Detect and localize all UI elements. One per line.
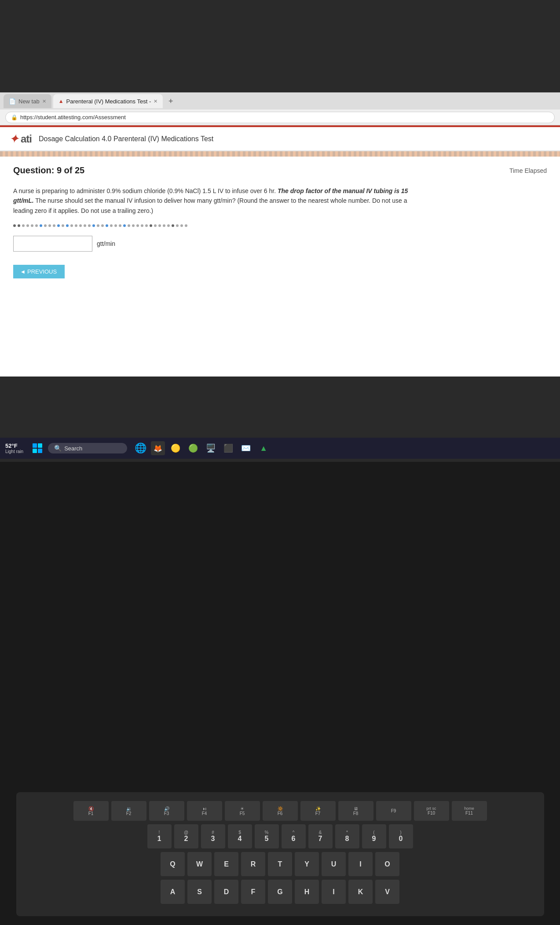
- taskbar-icon-monitor[interactable]: 🖥️: [204, 441, 218, 455]
- taskbar-icon-drive[interactable]: ▲: [256, 441, 271, 455]
- key-e[interactable]: E: [214, 852, 238, 876]
- taskbar-weather-description: Light rain: [5, 449, 23, 454]
- key-q[interactable]: Q: [161, 852, 185, 876]
- key-v[interactable]: V: [375, 880, 399, 904]
- key-mute-icon[interactable]: 🔇 F1: [73, 801, 109, 821]
- previous-button[interactable]: PREVIOUS: [13, 265, 65, 278]
- ati-logo-icon: ✦: [9, 132, 19, 146]
- dot: [167, 224, 170, 227]
- windows-start-button[interactable]: [29, 440, 45, 456]
- key-0[interactable]: ) 0: [389, 824, 413, 848]
- taskbar-icon-edge[interactable]: 🌐: [133, 441, 147, 455]
- ati-tab-close[interactable]: ✕: [154, 99, 157, 104]
- search-icon: 🔍: [54, 445, 62, 452]
- key-brightness-up[interactable]: ☀ F5: [225, 801, 260, 821]
- new-tab-close[interactable]: ✕: [42, 99, 46, 104]
- question-number: Question: 9 of 25: [13, 165, 84, 175]
- key-6[interactable]: ^ 6: [282, 824, 306, 848]
- key-play-pause[interactable]: ⏯ F4: [187, 801, 222, 821]
- key-w[interactable]: W: [187, 852, 212, 876]
- dot: [185, 224, 187, 227]
- key-prtsc[interactable]: prt sc F10: [414, 801, 449, 821]
- dot: [92, 224, 95, 227]
- dot: [88, 224, 91, 227]
- taskbar-search[interactable]: 🔍 Search: [48, 443, 127, 453]
- ati-header-title: Dosage Calculation 4.0 Parenteral (IV) M…: [39, 135, 213, 143]
- taskbar-icon-files[interactable]: 🟡: [168, 441, 183, 455]
- key-t[interactable]: T: [268, 852, 292, 876]
- answer-input[interactable]: [13, 236, 92, 252]
- dot: [119, 224, 121, 227]
- taskbar-icon-browser[interactable]: 🦊: [151, 441, 165, 455]
- dot: [22, 224, 25, 227]
- win-tile-1: [33, 443, 37, 448]
- key-3[interactable]: # 3: [201, 824, 225, 848]
- key-5[interactable]: % 5: [255, 824, 279, 848]
- key-8[interactable]: * 8: [335, 824, 359, 848]
- key-display[interactable]: 🖥 F8: [338, 801, 373, 821]
- key-h[interactable]: H: [295, 880, 319, 904]
- key-d[interactable]: D: [214, 880, 238, 904]
- ati-tab-icon: ▲: [59, 98, 64, 104]
- taskbar-icon-chrome[interactable]: 🟢: [186, 441, 200, 455]
- key-s[interactable]: S: [187, 880, 212, 904]
- dot: [66, 224, 69, 227]
- key-home[interactable]: home F11: [452, 801, 487, 821]
- new-tab-button[interactable]: +: [165, 95, 177, 107]
- dot: [53, 224, 55, 227]
- key-f7[interactable]: ✨ F7: [300, 801, 336, 821]
- key-volume-up[interactable]: 🔊 F3: [149, 801, 184, 821]
- key-g[interactable]: G: [268, 880, 292, 904]
- taskbar-weather: 52°F Light rain: [5, 442, 23, 454]
- key-k[interactable]: K: [348, 880, 373, 904]
- key-2[interactable]: @ 2: [174, 824, 198, 848]
- question-area: Question: 9 of 25 Time Elapsed A nurse i…: [0, 157, 560, 377]
- taskbar-search-text: Search: [64, 445, 82, 452]
- dot: [79, 224, 82, 227]
- taskbar-icon-mail[interactable]: ✉️: [239, 441, 253, 455]
- dot: [145, 224, 148, 227]
- dot: [172, 224, 174, 227]
- dot: [158, 224, 161, 227]
- key-y[interactable]: Y: [295, 852, 319, 876]
- dot: [128, 224, 130, 227]
- dots-separator: [13, 224, 547, 227]
- key-f[interactable]: F: [241, 880, 265, 904]
- key-f9[interactable]: F9: [376, 801, 411, 821]
- key-r[interactable]: R: [241, 852, 265, 876]
- question-text: A nurse is preparing to administer 0.9% …: [13, 186, 409, 216]
- dot: [110, 224, 113, 227]
- key-i2[interactable]: I: [322, 880, 346, 904]
- tab-new-tab[interactable]: 📄 New tab ✕: [4, 94, 51, 108]
- dot: [84, 224, 86, 227]
- dot: [13, 224, 16, 227]
- dot: [57, 224, 60, 227]
- dot: [62, 224, 64, 227]
- key-o[interactable]: O: [375, 852, 399, 876]
- dot: [150, 224, 152, 227]
- tab-ati[interactable]: ▲ Parenteral (IV) Medications Test - ✕: [53, 94, 163, 108]
- key-1[interactable]: ! 1: [147, 824, 172, 848]
- key-a[interactable]: A: [161, 880, 185, 904]
- win-tile-3: [33, 449, 37, 453]
- key-4[interactable]: $ 4: [228, 824, 252, 848]
- key-brightness-down[interactable]: 🔆 F6: [263, 801, 298, 821]
- key-9[interactable]: ( 9: [362, 824, 386, 848]
- address-bar[interactable]: 🔒 https://student.atitesting.com/Assessm…: [5, 112, 555, 123]
- dot: [26, 224, 29, 227]
- taskbar-icon-blue[interactable]: ⬛: [221, 441, 235, 455]
- address-bar-row: 🔒 https://student.atitesting.com/Assessm…: [0, 110, 560, 125]
- dot: [136, 224, 139, 227]
- key-volume-down[interactable]: 🔉 F2: [111, 801, 146, 821]
- question-header: Question: 9 of 25 Time Elapsed: [13, 165, 547, 175]
- key-i[interactable]: I: [348, 852, 373, 876]
- windows-logo: [33, 443, 42, 453]
- key-7[interactable]: & 7: [308, 824, 333, 848]
- lock-icon: 🔒: [11, 114, 18, 121]
- dot: [70, 224, 73, 227]
- dot: [18, 224, 20, 227]
- page-content: ✦ ati Dosage Calculation 4.0 Parenteral …: [0, 125, 560, 377]
- key-u[interactable]: U: [322, 852, 346, 876]
- nav-buttons: PREVIOUS CONFIRM: [13, 265, 547, 278]
- number-row: ! 1 @ 2 # 3 $ 4 % 5 ^ 6: [25, 824, 535, 848]
